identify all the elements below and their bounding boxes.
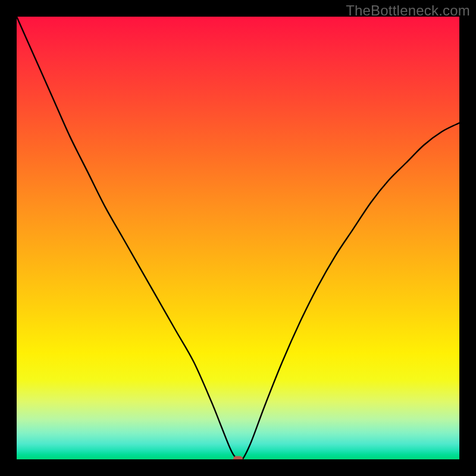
bottleneck-curve-path bbox=[17, 17, 459, 459]
curve-svg bbox=[17, 17, 459, 459]
minimum-marker bbox=[233, 456, 243, 460]
plot-area bbox=[17, 17, 459, 459]
watermark-text: TheBottleneck.com bbox=[346, 2, 470, 19]
chart-frame: TheBottleneck.com bbox=[0, 0, 476, 476]
